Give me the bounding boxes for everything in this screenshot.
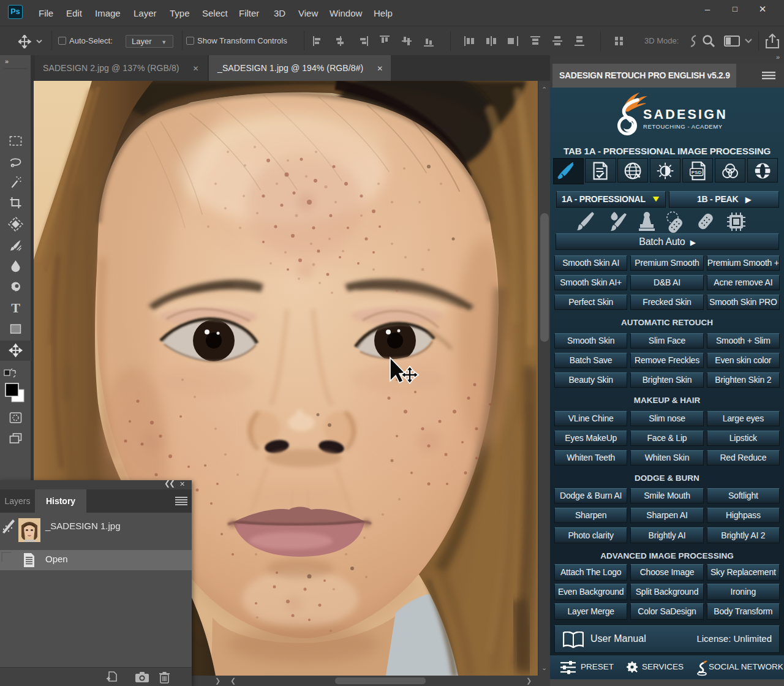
svg-text:RETOUCHING - ACADEMY: RETOUCHING - ACADEMY <box>643 123 723 130</box>
svg-text:T: T <box>11 300 20 315</box>
svg-text:»: » <box>5 58 9 65</box>
svg-text:SADESIGN: SADESIGN <box>643 107 728 122</box>
svg-text:PSD: PSD <box>692 170 702 175</box>
